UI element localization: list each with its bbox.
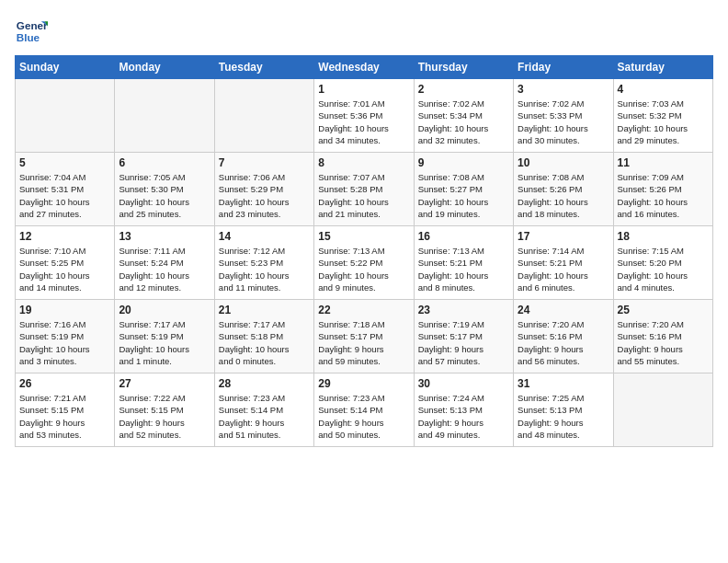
day-info: Sunrise: 7:25 AM Sunset: 5:13 PM Dayligh… xyxy=(518,392,609,441)
day-cell: 21Sunrise: 7:17 AM Sunset: 5:18 PM Dayli… xyxy=(214,300,313,373)
day-cell: 1Sunrise: 7:01 AM Sunset: 5:36 PM Daylig… xyxy=(314,79,414,153)
day-cell: 2Sunrise: 7:02 AM Sunset: 5:34 PM Daylig… xyxy=(414,79,513,153)
day-number: 4 xyxy=(618,83,709,96)
day-cell: 8Sunrise: 7:07 AM Sunset: 5:28 PM Daylig… xyxy=(314,153,414,226)
day-info: Sunrise: 7:10 AM Sunset: 5:25 PM Dayligh… xyxy=(19,245,110,293)
day-info: Sunrise: 7:18 AM Sunset: 5:17 PM Dayligh… xyxy=(318,318,409,367)
day-info: Sunrise: 7:06 AM Sunset: 5:29 PM Dayligh… xyxy=(219,171,310,220)
day-number: 13 xyxy=(119,230,210,243)
day-info: Sunrise: 7:20 AM Sunset: 5:16 PM Dayligh… xyxy=(518,318,609,367)
day-cell: 26Sunrise: 7:21 AM Sunset: 5:15 PM Dayli… xyxy=(16,373,115,447)
day-number: 7 xyxy=(219,156,310,169)
day-header-saturday: Saturday xyxy=(613,56,712,79)
day-info: Sunrise: 7:09 AM Sunset: 5:26 PM Dayligh… xyxy=(618,171,709,220)
day-cell: 30Sunrise: 7:24 AM Sunset: 5:13 PM Dayli… xyxy=(414,373,513,447)
day-cell xyxy=(115,79,214,153)
day-info: Sunrise: 7:14 AM Sunset: 5:21 PM Dayligh… xyxy=(518,245,609,293)
day-info: Sunrise: 7:20 AM Sunset: 5:16 PM Dayligh… xyxy=(618,318,709,367)
day-cell xyxy=(613,373,712,447)
day-info: Sunrise: 7:04 AM Sunset: 5:31 PM Dayligh… xyxy=(19,171,110,220)
day-header-friday: Friday xyxy=(514,56,613,79)
day-number: 20 xyxy=(119,304,210,316)
day-cell: 5Sunrise: 7:04 AM Sunset: 5:31 PM Daylig… xyxy=(16,153,115,226)
day-number: 3 xyxy=(518,83,609,96)
day-number: 24 xyxy=(518,304,609,316)
day-header-monday: Monday xyxy=(115,56,214,79)
week-row-3: 12Sunrise: 7:10 AM Sunset: 5:25 PM Dayli… xyxy=(16,226,713,300)
day-header-thursday: Thursday xyxy=(414,56,513,79)
day-cell: 29Sunrise: 7:23 AM Sunset: 5:14 PM Dayli… xyxy=(314,373,414,447)
day-cell: 13Sunrise: 7:11 AM Sunset: 5:24 PM Dayli… xyxy=(115,226,214,300)
day-info: Sunrise: 7:07 AM Sunset: 5:28 PM Dayligh… xyxy=(318,171,409,220)
day-number: 5 xyxy=(19,156,110,169)
day-info: Sunrise: 7:13 AM Sunset: 5:22 PM Dayligh… xyxy=(318,245,409,293)
days-header-row: SundayMondayTuesdayWednesdayThursdayFrid… xyxy=(16,56,713,79)
day-header-tuesday: Tuesday xyxy=(214,56,313,79)
day-number: 14 xyxy=(219,230,310,243)
day-number: 30 xyxy=(418,377,509,390)
day-cell: 6Sunrise: 7:05 AM Sunset: 5:30 PM Daylig… xyxy=(115,153,214,226)
day-info: Sunrise: 7:17 AM Sunset: 5:19 PM Dayligh… xyxy=(119,318,210,367)
day-cell: 3Sunrise: 7:02 AM Sunset: 5:33 PM Daylig… xyxy=(514,79,613,153)
day-number: 10 xyxy=(518,156,609,169)
day-number: 26 xyxy=(19,377,110,390)
day-number: 31 xyxy=(518,377,609,390)
day-info: Sunrise: 7:13 AM Sunset: 5:21 PM Dayligh… xyxy=(418,245,509,293)
day-info: Sunrise: 7:21 AM Sunset: 5:15 PM Dayligh… xyxy=(19,392,110,441)
logo: General Blue xyxy=(15,15,51,48)
day-cell: 12Sunrise: 7:10 AM Sunset: 5:25 PM Dayli… xyxy=(16,226,115,300)
day-number: 16 xyxy=(418,230,509,243)
day-number: 28 xyxy=(219,377,310,390)
day-number: 29 xyxy=(318,377,409,390)
day-info: Sunrise: 7:16 AM Sunset: 5:19 PM Dayligh… xyxy=(19,318,110,367)
day-info: Sunrise: 7:11 AM Sunset: 5:24 PM Dayligh… xyxy=(119,245,210,293)
logo-icon: General Blue xyxy=(15,15,48,48)
week-row-2: 5Sunrise: 7:04 AM Sunset: 5:31 PM Daylig… xyxy=(16,153,713,226)
day-number: 1 xyxy=(318,83,409,96)
week-row-1: 1Sunrise: 7:01 AM Sunset: 5:36 PM Daylig… xyxy=(16,79,713,153)
day-cell: 10Sunrise: 7:08 AM Sunset: 5:26 PM Dayli… xyxy=(514,153,613,226)
day-info: Sunrise: 7:05 AM Sunset: 5:30 PM Dayligh… xyxy=(119,171,210,220)
day-cell: 9Sunrise: 7:08 AM Sunset: 5:27 PM Daylig… xyxy=(414,153,513,226)
day-info: Sunrise: 7:03 AM Sunset: 5:32 PM Dayligh… xyxy=(618,98,709,146)
day-cell: 11Sunrise: 7:09 AM Sunset: 5:26 PM Dayli… xyxy=(613,153,712,226)
day-info: Sunrise: 7:02 AM Sunset: 5:34 PM Dayligh… xyxy=(418,98,509,146)
day-number: 19 xyxy=(19,304,110,316)
svg-text:General: General xyxy=(17,19,48,31)
svg-text:Blue: Blue xyxy=(17,31,40,43)
day-cell xyxy=(214,79,313,153)
day-number: 8 xyxy=(318,156,409,169)
day-info: Sunrise: 7:02 AM Sunset: 5:33 PM Dayligh… xyxy=(518,98,609,146)
day-info: Sunrise: 7:23 AM Sunset: 5:14 PM Dayligh… xyxy=(219,392,310,441)
day-number: 23 xyxy=(418,304,509,316)
day-cell: 7Sunrise: 7:06 AM Sunset: 5:29 PM Daylig… xyxy=(214,153,313,226)
day-cell: 16Sunrise: 7:13 AM Sunset: 5:21 PM Dayli… xyxy=(414,226,513,300)
day-cell: 14Sunrise: 7:12 AM Sunset: 5:23 PM Dayli… xyxy=(214,226,313,300)
day-number: 9 xyxy=(418,156,509,169)
day-header-wednesday: Wednesday xyxy=(314,56,414,79)
day-cell: 22Sunrise: 7:18 AM Sunset: 5:17 PM Dayli… xyxy=(314,300,414,373)
day-info: Sunrise: 7:17 AM Sunset: 5:18 PM Dayligh… xyxy=(219,318,310,367)
day-number: 11 xyxy=(618,156,709,169)
day-info: Sunrise: 7:12 AM Sunset: 5:23 PM Dayligh… xyxy=(219,245,310,293)
day-info: Sunrise: 7:23 AM Sunset: 5:14 PM Dayligh… xyxy=(318,392,409,441)
day-info: Sunrise: 7:08 AM Sunset: 5:26 PM Dayligh… xyxy=(518,171,609,220)
day-number: 22 xyxy=(318,304,409,316)
day-header-sunday: Sunday xyxy=(16,56,115,79)
day-cell: 27Sunrise: 7:22 AM Sunset: 5:15 PM Dayli… xyxy=(115,373,214,447)
day-cell: 4Sunrise: 7:03 AM Sunset: 5:32 PM Daylig… xyxy=(613,79,712,153)
day-number: 27 xyxy=(119,377,210,390)
day-cell: 20Sunrise: 7:17 AM Sunset: 5:19 PM Dayli… xyxy=(115,300,214,373)
day-number: 25 xyxy=(618,304,709,316)
day-cell: 18Sunrise: 7:15 AM Sunset: 5:20 PM Dayli… xyxy=(613,226,712,300)
day-cell: 19Sunrise: 7:16 AM Sunset: 5:19 PM Dayli… xyxy=(16,300,115,373)
calendar-table: SundayMondayTuesdayWednesdayThursdayFrid… xyxy=(15,55,713,447)
day-number: 17 xyxy=(518,230,609,243)
day-info: Sunrise: 7:08 AM Sunset: 5:27 PM Dayligh… xyxy=(418,171,509,220)
day-number: 21 xyxy=(219,304,310,316)
page-header: General Blue xyxy=(15,15,713,48)
day-cell: 25Sunrise: 7:20 AM Sunset: 5:16 PM Dayli… xyxy=(613,300,712,373)
day-number: 12 xyxy=(19,230,110,243)
day-info: Sunrise: 7:24 AM Sunset: 5:13 PM Dayligh… xyxy=(418,392,509,441)
day-info: Sunrise: 7:15 AM Sunset: 5:20 PM Dayligh… xyxy=(618,245,709,293)
